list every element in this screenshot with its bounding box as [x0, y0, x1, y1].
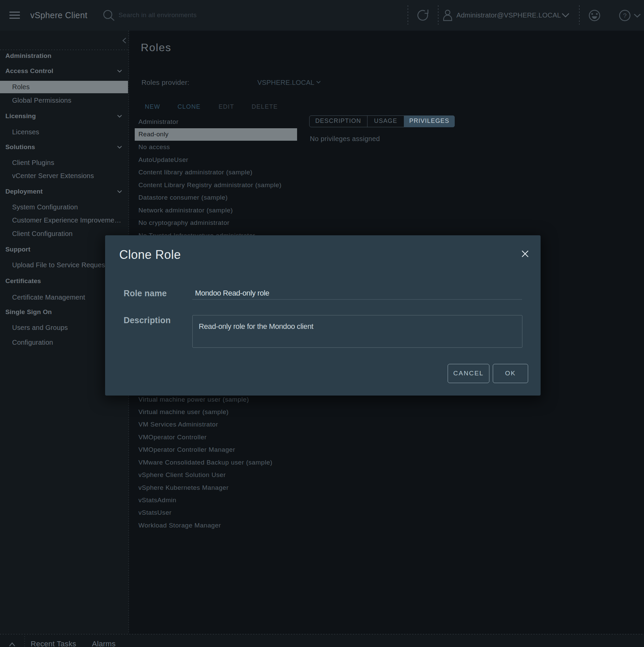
- svg-text:?: ?: [623, 12, 627, 19]
